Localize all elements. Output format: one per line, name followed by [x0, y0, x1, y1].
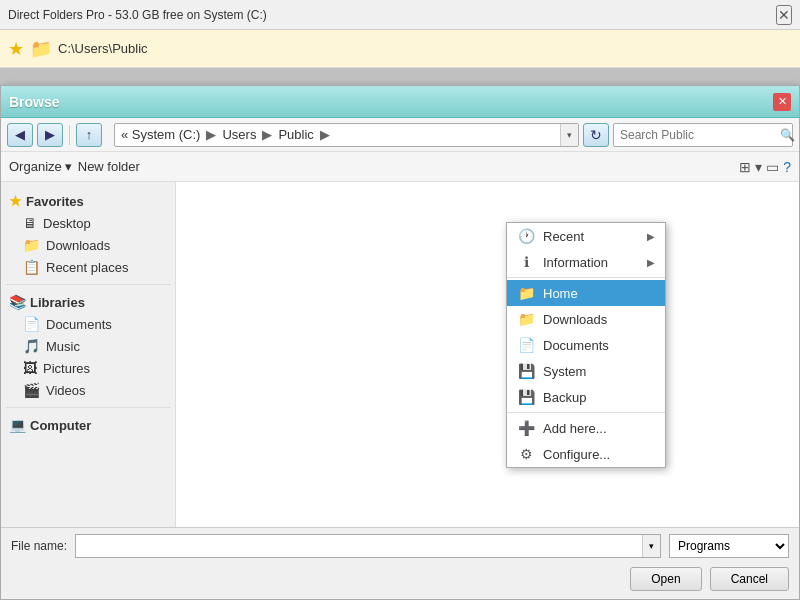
addr-sep1: ▶: [206, 127, 216, 142]
preview-button[interactable]: ▭: [766, 159, 779, 175]
ctx-separator-2: [507, 412, 665, 413]
favorites-star-icon: ★: [9, 193, 22, 209]
ctx-item-home[interactable]: 📁 Home: [507, 280, 665, 306]
information-icon: ℹ: [517, 254, 535, 270]
sidebar-item-music[interactable]: 🎵 Music: [5, 335, 171, 357]
libraries-label: Libraries: [30, 295, 85, 310]
filetype-select[interactable]: Programs All Files Documents: [670, 538, 788, 554]
documents-ctx-icon: 📄: [517, 337, 535, 353]
recent-places-icon: 📋: [23, 259, 40, 275]
ctx-recent-label: Recent: [543, 229, 584, 244]
home-folder-icon: 📁: [517, 285, 535, 301]
navigation-toolbar: ◀ ▶ ↑ « System (C:) ▶ Users ▶ Public ▶ ▾…: [1, 118, 799, 152]
new-folder-button[interactable]: New folder: [78, 159, 140, 174]
path-bar-text: C:\Users\Public: [58, 41, 148, 56]
main-area: ★ Favorites 🖥 Desktop 📁 Downloads 📋 Rece…: [1, 182, 799, 527]
system-icon: 💾: [517, 363, 535, 379]
organize-toolbar: Organize ▾ New folder ⊞ ▾ ▭ ?: [1, 152, 799, 182]
pictures-icon: 🖼: [23, 360, 37, 376]
organize-button[interactable]: Organize ▾: [9, 159, 72, 174]
ctx-item-recent[interactable]: 🕐 Recent ▶: [507, 223, 665, 249]
sidebar-divider-2: [5, 407, 171, 408]
addr-sep3: ▶: [320, 127, 330, 142]
ctx-information-label: Information: [543, 255, 608, 270]
ctx-item-downloads[interactable]: 📁 Downloads: [507, 306, 665, 332]
sidebar-section-libraries[interactable]: 📚 Libraries: [5, 291, 171, 313]
browse-dialog: Browse ✕ ◀ ▶ ↑ « System (C:) ▶ Users ▶ P…: [0, 85, 800, 600]
ctx-item-documents[interactable]: 📄 Documents: [507, 332, 665, 358]
filetype-dropdown[interactable]: Programs All Files Documents: [669, 534, 789, 558]
ctx-item-backup[interactable]: 💾 Backup: [507, 384, 665, 410]
sidebar-item-pictures[interactable]: 🖼 Pictures: [5, 357, 171, 379]
forward-button[interactable]: ▶: [37, 123, 63, 147]
ctx-item-information[interactable]: ℹ Information ▶: [507, 249, 665, 275]
ctx-documents-label: Documents: [543, 338, 609, 353]
action-buttons: Open Cancel: [1, 563, 799, 599]
filename-label: File name:: [11, 539, 67, 553]
configure-icon: ⚙: [517, 446, 535, 462]
address-bar-path: « System (C:) ▶ Users ▶ Public ▶: [115, 127, 560, 142]
sidebar-item-desktop[interactable]: 🖥 Desktop: [5, 212, 171, 234]
downloads-label: Downloads: [46, 238, 110, 253]
refresh-button[interactable]: ↻: [583, 123, 609, 147]
address-bar[interactable]: « System (C:) ▶ Users ▶ Public ▶ ▾: [114, 123, 579, 147]
search-button[interactable]: 🔍: [776, 128, 799, 142]
view-dropdown-button[interactable]: ▾: [755, 159, 762, 175]
pictures-label: Pictures: [43, 361, 90, 376]
desktop-icon: 🖥: [23, 215, 37, 231]
app-title: Direct Folders Pro - 53.0 GB free on Sys…: [8, 8, 267, 22]
app-titlebar: Direct Folders Pro - 53.0 GB free on Sys…: [0, 0, 800, 30]
ctx-configure-label: Configure...: [543, 447, 610, 462]
organize-dropdown-icon: ▾: [65, 159, 72, 174]
view-options-button[interactable]: ⊞: [739, 159, 751, 175]
ctx-home-label: Home: [543, 286, 578, 301]
open-button[interactable]: Open: [630, 567, 701, 591]
ctx-item-add-here[interactable]: ➕ Add here...: [507, 415, 665, 441]
favorites-label: Favorites: [26, 194, 84, 209]
filename-dropdown-button[interactable]: ▾: [642, 535, 660, 557]
ctx-system-label: System: [543, 364, 586, 379]
backup-icon: 💾: [517, 389, 535, 405]
toolbar-separator: [69, 125, 70, 145]
ctx-item-configure[interactable]: ⚙ Configure...: [507, 441, 665, 467]
search-box: 🔍: [613, 123, 793, 147]
desktop-label: Desktop: [43, 216, 91, 231]
folder-icon: 📁: [30, 38, 52, 60]
sidebar-item-downloads[interactable]: 📁 Downloads: [5, 234, 171, 256]
recent-places-label: Recent places: [46, 260, 128, 275]
toolbar2-right: ⊞ ▾ ▭ ?: [739, 159, 791, 175]
search-input[interactable]: [614, 128, 776, 142]
up-button[interactable]: ↑: [76, 123, 102, 147]
music-label: Music: [46, 339, 80, 354]
filename-input[interactable]: [76, 539, 642, 553]
bottom-bar: File name: ▾ Programs All Files Document…: [1, 527, 799, 563]
downloads-folder-icon: 📁: [23, 237, 40, 253]
sidebar: ★ Favorites 🖥 Desktop 📁 Downloads 📋 Rece…: [1, 182, 176, 527]
cancel-button[interactable]: Cancel: [710, 567, 789, 591]
downloads-ctx-icon: 📁: [517, 311, 535, 327]
ctx-downloads-label: Downloads: [543, 312, 607, 327]
sidebar-section-favorites[interactable]: ★ Favorites: [5, 190, 171, 212]
music-icon: 🎵: [23, 338, 40, 354]
computer-icon: 💻: [9, 417, 26, 433]
ctx-add-here-label: Add here...: [543, 421, 607, 436]
content-area: 🕐 Recent ▶ ℹ Information ▶ 📁 Home: [176, 182, 799, 527]
addr-sep2: ▶: [262, 127, 272, 142]
sidebar-item-recent-places[interactable]: 📋 Recent places: [5, 256, 171, 278]
path-bar: ★ 📁 C:\Users\Public: [0, 30, 800, 68]
sidebar-item-videos[interactable]: 🎬 Videos: [5, 379, 171, 401]
star-icon: ★: [8, 38, 24, 60]
ctx-separator-1: [507, 277, 665, 278]
app-close-button[interactable]: ✕: [776, 5, 792, 25]
help-button[interactable]: ?: [783, 159, 791, 175]
sidebar-section-computer[interactable]: 💻 Computer: [5, 414, 171, 436]
dialog-close-button[interactable]: ✕: [773, 93, 791, 111]
ctx-item-system[interactable]: 💾 System: [507, 358, 665, 384]
videos-label: Videos: [46, 383, 86, 398]
address-dropdown-button[interactable]: ▾: [560, 124, 578, 146]
back-button[interactable]: ◀: [7, 123, 33, 147]
addr-part2: Users: [222, 127, 256, 142]
context-menu: 🕐 Recent ▶ ℹ Information ▶ 📁 Home: [506, 222, 666, 468]
documents-icon: 📄: [23, 316, 40, 332]
sidebar-item-documents[interactable]: 📄 Documents: [5, 313, 171, 335]
